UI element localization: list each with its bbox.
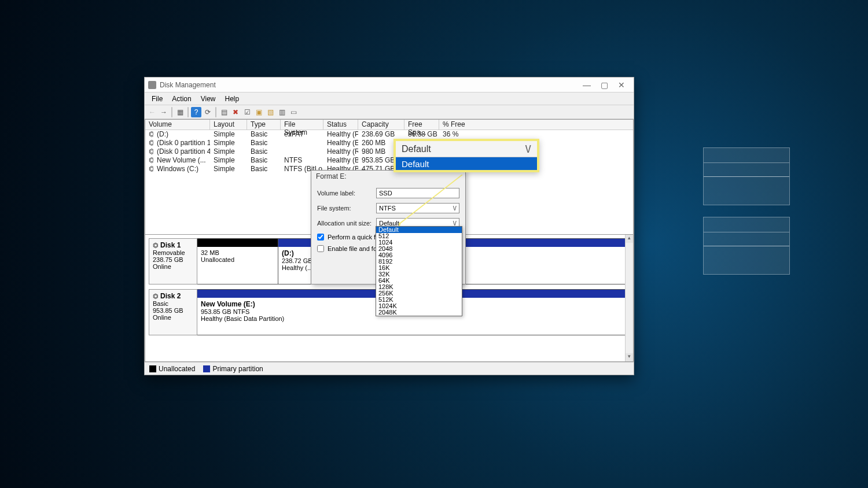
scrollbar[interactable]: ▴▾ bbox=[625, 235, 633, 361]
app-icon bbox=[148, 81, 156, 89]
table-row[interactable]: ⏣(Disk 0 partition 1)SimpleBasicHealthy … bbox=[145, 139, 633, 147]
callout-option-selected[interactable]: Default bbox=[396, 157, 537, 170]
col-capacity[interactable]: Capacity bbox=[358, 120, 404, 130]
separator bbox=[171, 107, 172, 117]
disk-info[interactable]: ⏣ Disk 1 Removable 238.75 GB Online bbox=[149, 238, 197, 284]
chevron-down-icon: V bbox=[525, 143, 531, 155]
grid-button[interactable]: ▥ bbox=[277, 107, 287, 117]
table-row[interactable]: ⏣New Volume (...SimpleBasicNTFSHealthy (… bbox=[145, 156, 633, 165]
legend-primary: Primary partition bbox=[203, 365, 263, 373]
legend: Unallocated Primary partition bbox=[145, 362, 634, 375]
partition-size: 238.72 GB bbox=[282, 257, 312, 264]
dropdown-option[interactable]: 2048K bbox=[376, 309, 462, 316]
partition-state: Unallocated bbox=[201, 256, 234, 263]
col-freespace[interactable]: Free Spa... bbox=[404, 120, 439, 130]
properties-button[interactable]: ▣ bbox=[253, 107, 264, 117]
list-button[interactable]: ▦ bbox=[175, 107, 185, 117]
col-type[interactable]: Type bbox=[247, 120, 281, 130]
partition-name: New Volume (E:) bbox=[201, 300, 255, 308]
col-volume[interactable]: Volume bbox=[145, 120, 210, 130]
partition-state: Healthy (Basic Data Partition) bbox=[201, 315, 284, 322]
legend-unallocated: Unallocated bbox=[149, 365, 195, 373]
disk-info[interactable]: ⏣ Disk 2 Basic 953.85 GB Online bbox=[149, 289, 197, 335]
allocation-unit-size-dropdown[interactable]: Default512102420484096819216K32K64K128K2… bbox=[376, 226, 462, 316]
allocation-unit-size-label: Allocation unit size: bbox=[317, 220, 376, 227]
callout-field-value: Default bbox=[402, 144, 431, 154]
toolbar: ← → ▦ ? ⟳ ▤ ✖ ☑ ▣ ▧ ▥ ▭ bbox=[145, 105, 634, 119]
volume-label-input[interactable]: SSD bbox=[376, 188, 459, 198]
partition-unallocated[interactable]: 32 MB Unallocated bbox=[197, 239, 278, 284]
col-status[interactable]: Status bbox=[323, 120, 358, 130]
separator bbox=[187, 107, 189, 117]
table-row[interactable]: ⏣(Disk 0 partition 4)SimpleBasicHealthy … bbox=[145, 147, 633, 156]
partition-name: (D:) bbox=[282, 249, 294, 257]
col-filesystem[interactable]: File System bbox=[281, 120, 323, 130]
callout-field[interactable]: Default V bbox=[396, 141, 537, 157]
disk-state: Online bbox=[153, 314, 171, 321]
forward-button[interactable]: → bbox=[159, 107, 169, 117]
compression-input[interactable] bbox=[317, 245, 324, 252]
disk-kind: Basic bbox=[153, 300, 168, 307]
volume-label-label: Volume label: bbox=[317, 190, 376, 197]
menu-action[interactable]: Action bbox=[167, 94, 196, 104]
delete-button[interactable]: ✖ bbox=[230, 107, 241, 117]
columns-button[interactable]: ▭ bbox=[288, 107, 299, 117]
partition-size: 953.85 GB NTFS bbox=[201, 308, 249, 315]
partition-state: Healthy (... bbox=[282, 264, 312, 271]
menubar: File Action View Help bbox=[145, 93, 634, 105]
col-pctfree[interactable]: % Free bbox=[439, 120, 633, 130]
table-row[interactable]: ⏣(D:)SimpleBasicexFATHealthy (P...238.69… bbox=[145, 130, 633, 139]
tree-button[interactable]: ▤ bbox=[219, 107, 229, 117]
chevron-down-icon: V bbox=[453, 205, 457, 212]
callout-dropdown: Default V Default bbox=[393, 139, 539, 172]
disk-state: Online bbox=[153, 263, 171, 270]
help-button[interactable]: ? bbox=[191, 107, 201, 117]
col-layout[interactable]: Layout bbox=[210, 120, 247, 130]
refresh-button[interactable]: ⟳ bbox=[203, 107, 213, 117]
titlebar[interactable]: Disk Management — ▢ ✕ bbox=[145, 77, 634, 93]
quick-format-input[interactable] bbox=[317, 234, 324, 241]
disk-name: Disk 2 bbox=[160, 292, 181, 300]
disk-size: 238.75 GB bbox=[153, 256, 183, 263]
maximize-button[interactable]: ▢ bbox=[595, 80, 613, 90]
dialog-title: Format E: bbox=[311, 171, 465, 182]
disk-name: Disk 1 bbox=[160, 241, 181, 249]
menu-view[interactable]: View bbox=[196, 94, 220, 104]
separator bbox=[215, 107, 216, 117]
minimize-button[interactable]: — bbox=[578, 80, 595, 90]
props2-button[interactable]: ▧ bbox=[265, 107, 275, 117]
dropdown-option[interactable]: Default bbox=[376, 227, 462, 233]
disk-size: 953.85 GB bbox=[153, 307, 183, 314]
partition-size: 32 MB bbox=[201, 249, 219, 256]
filesystem-label: File system: bbox=[317, 205, 376, 212]
disk-kind: Removable bbox=[153, 249, 185, 256]
volume-list-header: Volume Layout Type File System Status Ca… bbox=[145, 120, 633, 130]
windows-logo bbox=[703, 147, 790, 275]
close-button[interactable]: ✕ bbox=[613, 80, 630, 90]
filesystem-select[interactable]: NTFSV bbox=[376, 203, 459, 213]
menu-help[interactable]: Help bbox=[220, 94, 244, 104]
back-button[interactable]: ← bbox=[147, 107, 157, 117]
check-button[interactable]: ☑ bbox=[242, 107, 252, 117]
menu-file[interactable]: File bbox=[147, 94, 167, 104]
window-title: Disk Management bbox=[160, 81, 216, 89]
